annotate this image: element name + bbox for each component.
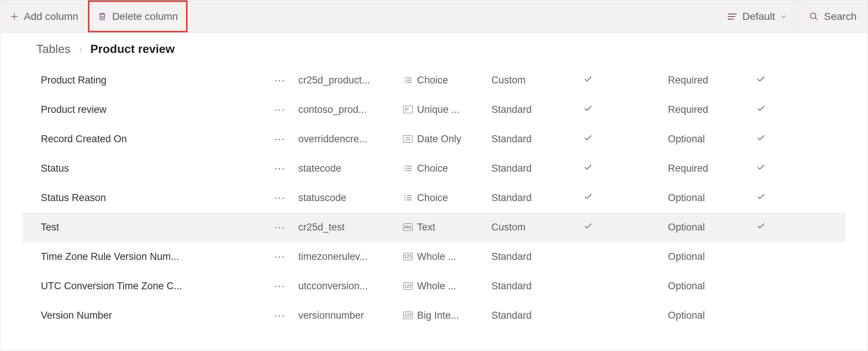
col-type: Standard [491, 251, 583, 262]
col-required: Required [668, 104, 756, 115]
row-more-button[interactable]: ··· [262, 192, 298, 204]
table-row[interactable]: Time Zone Rule Version Num...···timezone… [22, 242, 846, 271]
table-row[interactable]: Test···cr25d_testAbcTextCustomOptional [22, 212, 846, 242]
row-more-button[interactable]: ··· [262, 221, 298, 233]
col-name: overriddencre... [298, 133, 403, 145]
searchable-check-icon [756, 104, 786, 116]
table-row[interactable]: UTC Conversion Time Zone C...···utcconve… [22, 271, 846, 301]
col-datatype: 123Whole ... [403, 280, 491, 292]
col-datatype: Choice [403, 163, 491, 174]
list-icon [727, 12, 737, 21]
col-type: Standard [491, 310, 583, 321]
col-name: cr25d_product... [298, 75, 403, 86]
columns-list: Product Rating···cr25d_product...ChoiceC… [0, 65, 868, 330]
col-type: Standard [491, 280, 583, 292]
col-datatype: AbcText [403, 222, 491, 233]
searchable-check-icon [756, 162, 786, 175]
col-display-name: Product Rating [41, 75, 262, 86]
datatype-icon: Abc [403, 223, 413, 231]
breadcrumb: Tables Product review [0, 33, 868, 65]
col-required: Optional [668, 280, 756, 292]
command-bar: Add column Delete column Default Search [0, 0, 868, 33]
col-display-name: Version Number [41, 310, 262, 321]
plus-icon [10, 12, 19, 21]
add-column-label: Add column [24, 11, 78, 22]
col-type: Custom [491, 75, 583, 86]
col-display-name: Status [41, 163, 262, 174]
col-required: Optional [668, 192, 756, 204]
col-display-name: Product review [41, 104, 262, 115]
search-label: Search [824, 11, 857, 22]
row-more-button[interactable]: ··· [262, 309, 298, 321]
datatype-icon [403, 76, 413, 84]
datatype-icon: 123 [403, 312, 413, 319]
row-more-button[interactable]: ··· [262, 104, 298, 115]
col-datatype: Unique ... [403, 104, 491, 115]
searchable-check-icon [756, 133, 786, 145]
row-more-button[interactable]: ··· [262, 74, 298, 86]
view-selector-label: Default [743, 11, 775, 22]
col-display-name: UTC Conversion Time Zone C... [41, 280, 262, 292]
customizable-check-icon [583, 74, 668, 86]
col-type: Standard [491, 163, 583, 174]
col-name: versionnumber [298, 310, 403, 321]
col-display-name: Status Reason [41, 192, 262, 204]
search-icon [809, 12, 819, 21]
datatype-icon [403, 106, 413, 113]
search-button[interactable]: Search [798, 0, 868, 32]
row-more-button[interactable]: ··· [262, 162, 298, 174]
customizable-check-icon [583, 104, 668, 116]
col-display-name: Test [41, 222, 262, 233]
row-more-button[interactable]: ··· [262, 280, 298, 292]
col-datatype: Choice [403, 75, 491, 86]
datatype-icon: 123 [403, 253, 413, 260]
col-datatype: Choice [403, 192, 491, 204]
col-name: contoso_prod... [298, 104, 403, 115]
col-datatype: 21Date Only [403, 133, 491, 145]
table-row[interactable]: Status···statecodeChoiceStandardRequired [22, 154, 846, 183]
datatype-icon: 21 [403, 135, 413, 143]
customizable-check-icon [583, 192, 668, 204]
col-required: Optional [668, 251, 756, 262]
col-type: Standard [491, 104, 583, 115]
searchable-check-icon [756, 221, 786, 233]
table-row[interactable]: Product review···contoso_prod...Unique .… [22, 95, 846, 124]
datatype-icon [403, 194, 413, 201]
table-row[interactable]: Product Rating···cr25d_product...ChoiceC… [22, 65, 846, 95]
chevron-right-icon [77, 42, 84, 56]
searchable-check-icon [756, 74, 786, 86]
col-name: timezonerulev... [298, 251, 403, 262]
svg-point-7 [811, 13, 816, 18]
col-display-name: Time Zone Rule Version Num... [41, 251, 262, 262]
col-name: utcconversion... [298, 280, 403, 292]
col-type: Standard [491, 192, 583, 204]
delete-column-label: Delete column [112, 11, 178, 22]
col-required: Optional [668, 222, 756, 233]
datatype-icon: 123 [403, 282, 413, 290]
customizable-check-icon [583, 162, 668, 175]
table-row[interactable]: Status Reason···statuscodeChoiceStandard… [22, 183, 846, 212]
breadcrumb-parent[interactable]: Tables [36, 42, 71, 56]
col-datatype: 123Whole ... [403, 251, 491, 262]
table-row[interactable]: Version Number···versionnumber123Big Int… [22, 301, 846, 330]
chevron-down-icon [780, 13, 787, 20]
view-selector[interactable]: Default [716, 0, 798, 32]
delete-column-button[interactable]: Delete column [88, 0, 188, 32]
add-column-button[interactable]: Add column [0, 0, 88, 32]
col-type: Standard [491, 133, 583, 145]
col-name: cr25d_test [298, 222, 403, 233]
col-name: statuscode [298, 192, 403, 204]
col-name: statecode [298, 163, 403, 174]
col-type: Custom [491, 222, 583, 233]
page-title: Product review [90, 42, 175, 56]
col-required: Optional [668, 310, 756, 321]
col-required: Optional [668, 133, 756, 145]
row-more-button[interactable]: ··· [262, 133, 298, 145]
col-datatype: 123Big Inte... [403, 310, 491, 321]
col-required: Required [668, 163, 756, 174]
col-display-name: Record Created On [41, 133, 262, 145]
table-row[interactable]: Record Created On···overriddencre...21Da… [22, 124, 846, 154]
svg-line-8 [815, 18, 817, 19]
row-more-button[interactable]: ··· [262, 251, 298, 262]
trash-icon [97, 12, 107, 21]
